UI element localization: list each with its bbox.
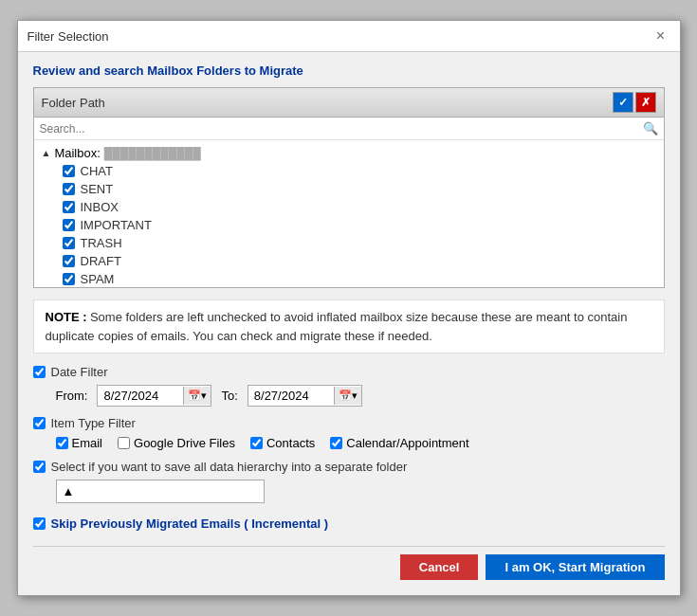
folder-item-sent: SENT [34, 180, 664, 198]
select-all-button[interactable]: ✓ [613, 92, 633, 113]
date-filter-label: Date Filter [51, 365, 108, 379]
to-date-picker-button[interactable]: 📅▾ [334, 387, 361, 405]
start-migration-button[interactable]: I am OK, Start Migration [486, 554, 664, 580]
note-text: Some folders are left unchecked to avoid… [46, 310, 628, 343]
folder-item-important: IMPORTANT [34, 216, 664, 234]
folder-checkbox-draft[interactable] [63, 255, 75, 267]
folder-name-draft: DRAFT [81, 254, 121, 268]
button-row: Cancel I am OK, Start Migration [33, 546, 665, 584]
search-bar: 🔍 [34, 118, 664, 140]
google-drive-type-checkbox[interactable] [118, 437, 130, 449]
incremental-checkbox[interactable] [33, 517, 46, 530]
deselect-all-button[interactable]: ✗ [635, 92, 656, 113]
folder-name-trash: TRASH [81, 236, 122, 250]
separate-folder-name-input[interactable] [56, 480, 265, 503]
google-drive-type-label: Google Drive Files [134, 436, 235, 450]
note-section: NOTE : Some folders are left unchecked t… [33, 299, 665, 353]
note-label: NOTE : [46, 310, 87, 324]
date-filter-row: Date Filter [33, 365, 665, 379]
separate-folder-section: Select if you want to save all data hier… [33, 460, 665, 503]
contacts-type-check: Contacts [250, 436, 315, 450]
folder-checkbox-spam[interactable] [63, 273, 75, 285]
folder-item-spam: SPAM [34, 270, 664, 287]
separate-folder-row: Select if you want to save all data hier… [33, 460, 665, 474]
calendar-type-check: Calendar/Appointment [330, 436, 468, 450]
item-type-filter-row: Item Type Filter [33, 416, 665, 430]
separate-folder-label: Select if you want to save all data hier… [51, 460, 408, 474]
search-input[interactable] [40, 122, 643, 136]
mailbox-text: Mailbox: [54, 146, 100, 160]
folder-checkbox-trash[interactable] [63, 237, 75, 249]
filter-selection-dialog: Filter Selection × Review and search Mai… [17, 20, 681, 596]
from-date-picker-button[interactable]: 📅▾ [183, 387, 211, 405]
close-button[interactable]: × [651, 27, 670, 45]
date-row: From: 📅▾ To: 📅▾ [33, 385, 665, 407]
folder-checkbox-sent[interactable] [63, 183, 75, 195]
contacts-type-checkbox[interactable] [250, 437, 263, 449]
folder-checkbox-inbox[interactable] [63, 201, 75, 213]
folder-input-wrap [33, 480, 665, 503]
dialog-body: Review and search Mailbox Folders to Mig… [18, 52, 680, 595]
email-type-check: Email [56, 436, 103, 450]
from-date-input-wrap: 📅▾ [97, 385, 211, 407]
folder-path-label: Folder Path [42, 96, 105, 110]
review-label: Review and search Mailbox Folders to Mig… [33, 63, 665, 78]
mailbox-email: ████████████ [104, 147, 201, 160]
date-filter-checkbox[interactable] [33, 366, 46, 378]
item-type-filter-group: Item Type Filter Email Google Drive File… [33, 416, 665, 450]
from-date-input[interactable] [98, 386, 183, 406]
folder-item-chat: CHAT [34, 162, 664, 180]
date-filter-group: Date Filter From: 📅▾ To: 📅▾ [33, 365, 665, 407]
folder-name-sent: SENT [81, 182, 114, 196]
folder-item-inbox: INBOX [34, 198, 664, 216]
to-date-input-wrap: 📅▾ [248, 385, 362, 407]
incremental-row: Skip Previously Migrated Emails ( Increm… [33, 516, 665, 531]
incremental-label: Skip Previously Migrated Emails ( Increm… [51, 516, 329, 531]
cancel-button[interactable]: Cancel [400, 554, 479, 580]
item-type-filter-label: Item Type Filter [51, 416, 136, 430]
header-buttons: ✓ ✗ [613, 92, 656, 113]
folder-item-draft: DRAFT [34, 252, 664, 270]
folder-name-chat: CHAT [81, 164, 113, 178]
email-type-label: Email [72, 436, 103, 450]
search-icon: 🔍 [643, 121, 658, 136]
dialog-title: Filter Selection [28, 29, 109, 44]
contacts-type-label: Contacts [266, 436, 315, 450]
from-label: From: [56, 389, 88, 403]
calendar-type-label: Calendar/Appointment [346, 436, 468, 450]
to-label: To: [221, 389, 237, 403]
folder-item-trash: TRASH [34, 234, 664, 252]
folder-checkbox-important[interactable] [63, 219, 75, 231]
email-type-checkbox[interactable] [56, 437, 68, 449]
folder-checkbox-chat[interactable] [63, 165, 75, 177]
folder-name-inbox: INBOX [81, 200, 119, 214]
calendar-type-checkbox[interactable] [330, 437, 342, 449]
google-drive-type-check: Google Drive Files [118, 436, 235, 450]
tree-arrow-icon: ▲ [42, 148, 51, 158]
separate-folder-checkbox[interactable] [33, 461, 46, 473]
folder-name-important: IMPORTANT [81, 218, 152, 232]
item-type-filter-checkbox[interactable] [33, 417, 46, 429]
folder-list[interactable]: ▲ Mailbox: ████████████ CHAT SENT INBOX [34, 140, 664, 287]
item-types-row: Email Google Drive Files Contacts Calend… [33, 436, 665, 450]
to-date-input[interactable] [248, 386, 334, 406]
folder-name-spam: SPAM [81, 272, 115, 286]
folder-header: Folder Path ✓ ✗ [34, 88, 664, 118]
mailbox-label: ▲ Mailbox: ████████████ [34, 144, 664, 162]
folder-panel: Folder Path ✓ ✗ 🔍 ▲ Mailbox: ███████████… [33, 87, 665, 288]
title-bar: Filter Selection × [18, 21, 680, 52]
